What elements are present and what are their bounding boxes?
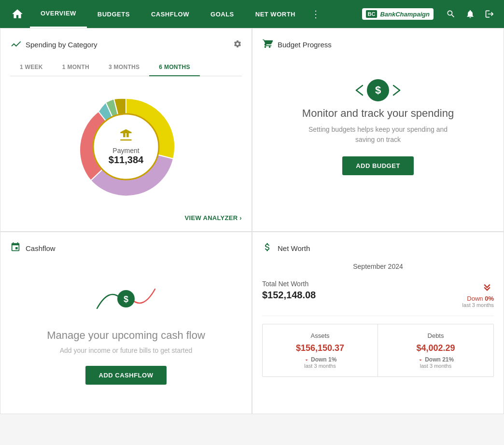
bank-logo-initials: BC: [366, 10, 378, 18]
networth-trend-pct: 0%: [485, 295, 494, 302]
assets-column: Assets $156,150.37 Down 1% last 3 months: [263, 324, 378, 376]
add-cashflow-button[interactable]: ADD CASHFLOW: [85, 366, 167, 385]
top-navigation: OVERVIEW BUDGETS CASHFLOW GOALS NET WORT…: [0, 0, 504, 28]
tab-1week[interactable]: 1 WEEK: [10, 59, 53, 76]
spending-title: Spending by Category: [26, 41, 97, 49]
tab-6months[interactable]: 6 MONTHS: [149, 59, 199, 76]
spending-settings-icon[interactable]: [233, 40, 242, 50]
budget-title: Budget Progress: [278, 41, 332, 49]
spending-trend-icon: [10, 38, 21, 51]
debts-value: $4,002.29: [386, 343, 486, 353]
add-budget-button[interactable]: ADD BUDGET: [342, 156, 414, 175]
svg-text:$: $: [375, 84, 381, 96]
cashflow-header: Cashflow: [10, 242, 242, 255]
nav-overview[interactable]: OVERVIEW: [30, 0, 87, 28]
debts-change: Down 21%: [386, 356, 486, 363]
bank-logo-name: BankChampaign: [380, 11, 430, 18]
nav-networth[interactable]: NET WORTH: [245, 0, 306, 28]
networth-trend-label: Down: [467, 295, 483, 302]
cashflow-main-text: Manage your upcoming cash flow: [47, 329, 205, 342]
budget-main-text: Monitor and track your spending: [302, 107, 454, 120]
debts-period: last 3 months: [386, 363, 486, 369]
networth-date: September 2024: [262, 263, 494, 270]
assets-period: last 3 months: [270, 363, 370, 369]
networth-trend-period: last 3 months: [462, 302, 494, 308]
search-button[interactable]: [441, 4, 461, 24]
cashflow-title: Cashflow: [26, 244, 56, 252]
cashflow-center: $ Manage your upcoming cash flow Add you…: [10, 263, 242, 404]
view-analyzer-link[interactable]: VIEW ANALYZER ›: [10, 209, 242, 222]
home-button[interactable]: [5, 8, 30, 20]
networth-trend-text: Down 0%: [462, 295, 494, 302]
donut-svg: [68, 89, 184, 205]
budget-center: $ Monitor and track your spending Settin…: [262, 59, 494, 190]
networth-total-row: Total Net Worth $152,148.08 Down 0% last…: [262, 280, 494, 316]
time-tabs: 1 WEEK 1 MONTH 3 MONTHS 6 MONTHS: [10, 59, 242, 76]
budget-header: Budget Progress: [262, 38, 494, 51]
networth-header: Net Worth: [262, 242, 494, 255]
budget-cart-icon: [262, 38, 273, 51]
networth-total-left: Total Net Worth $152,148.08: [262, 280, 316, 301]
assets-debts-grid: Assets $156,150.37 Down 1% last 3 months…: [262, 324, 494, 377]
donut-chart: Payment $11,384: [10, 84, 242, 209]
networth-title: Net Worth: [278, 244, 310, 252]
debts-label: Debts: [386, 332, 486, 339]
tab-1month[interactable]: 1 MONTH: [53, 59, 99, 76]
networth-panel: Net Worth September 2024 Total Net Worth…: [252, 232, 504, 414]
more-menu-button[interactable]: ⋮: [306, 0, 325, 28]
cashflow-panel: Cashflow $ Manage your upcoming cash flo…: [0, 232, 252, 414]
cashflow-icon: $: [95, 282, 157, 318]
spending-header: Spending by Category: [10, 38, 242, 51]
networth-trend: Down 0% last 3 months: [462, 280, 494, 308]
cashflow-calendar-icon: [10, 242, 21, 255]
networth-total-value: $152,148.08: [262, 290, 316, 301]
nav-cashflow[interactable]: CASHFLOW: [140, 0, 200, 28]
debts-column: Debts $4,002.29 Down 21% last 3 months: [378, 324, 493, 376]
bank-logo: BC BankChampaign: [362, 8, 434, 20]
budget-coin-icon: $: [354, 73, 402, 107]
logout-button[interactable]: [480, 4, 499, 24]
networth-dollar-icon: [262, 242, 273, 255]
cashflow-sub-text: Add your income or future bills to get s…: [60, 347, 193, 354]
tab-3months[interactable]: 3 MONTHS: [99, 59, 149, 76]
assets-change: Down 1%: [270, 356, 370, 363]
notifications-button[interactable]: [461, 4, 480, 24]
svg-text:$: $: [124, 294, 128, 304]
budget-sub-text: Setting budgets helps keep your spending…: [306, 125, 450, 145]
main-grid: Spending by Category 1 WEEK 1 MONTH 3 MO…: [0, 28, 504, 414]
budget-panel: Budget Progress $ Monitor and tra: [252, 28, 504, 232]
assets-value: $156,150.37: [270, 343, 370, 353]
spending-panel: Spending by Category 1 WEEK 1 MONTH 3 MO…: [0, 28, 252, 232]
nav-goals[interactable]: GOALS: [200, 0, 245, 28]
nav-budgets[interactable]: BUDGETS: [87, 0, 140, 28]
assets-label: Assets: [270, 332, 370, 339]
networth-total-label: Total Net Worth: [262, 280, 316, 288]
